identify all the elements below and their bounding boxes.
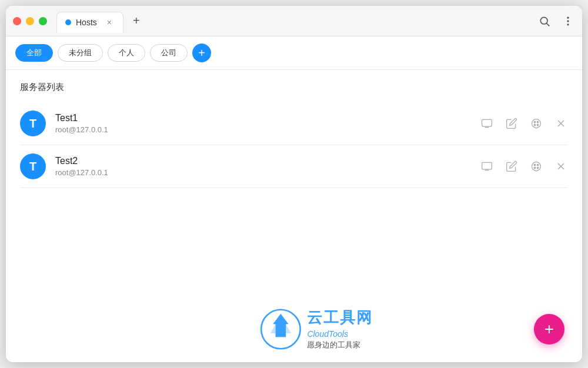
host-info-test2: Test2 root@127.0.0.1 bbox=[55, 156, 470, 177]
svg-point-14 bbox=[532, 162, 541, 171]
watermark-sub: CloudTools bbox=[307, 329, 373, 339]
svg-point-15 bbox=[534, 164, 536, 166]
minimize-button[interactable] bbox=[26, 17, 34, 25]
host-addr-test1: root@127.0.0.1 bbox=[55, 125, 470, 134]
host-color-icon[interactable] bbox=[529, 116, 543, 131]
filter-add-button[interactable]: + bbox=[192, 44, 211, 62]
main-content: 服务器列表 T Test1 root@127.0.0.1 bbox=[6, 70, 582, 362]
svg-point-2 bbox=[567, 16, 569, 18]
svg-line-1 bbox=[547, 23, 550, 26]
filterbar: 全部 未分组 个人 公司 + bbox=[6, 36, 582, 70]
host-avatar-test2: T bbox=[20, 153, 46, 179]
host-edit-icon-2[interactable] bbox=[505, 159, 519, 173]
host-actions-test1 bbox=[480, 116, 568, 131]
host-info-test1: Test1 root@127.0.0.1 bbox=[55, 113, 470, 134]
svg-point-0 bbox=[540, 17, 547, 24]
host-delete-icon-2[interactable] bbox=[554, 159, 568, 173]
host-delete-icon[interactable] bbox=[554, 116, 568, 131]
titlebar: Hosts × + bbox=[6, 6, 582, 36]
host-color-icon-2[interactable] bbox=[529, 159, 543, 173]
tab-title: Hosts bbox=[76, 18, 97, 27]
svg-marker-22 bbox=[273, 313, 288, 336]
svg-point-21 bbox=[261, 309, 300, 349]
close-button[interactable] bbox=[13, 17, 21, 25]
svg-point-18 bbox=[537, 167, 539, 169]
host-name-test1: Test1 bbox=[55, 113, 470, 123]
host-connect-icon-2[interactable] bbox=[480, 159, 494, 173]
tab-close-button[interactable]: × bbox=[104, 17, 115, 28]
titlebar-actions bbox=[537, 14, 575, 28]
svg-point-3 bbox=[567, 20, 569, 22]
host-item-test1: T Test1 root@127.0.0.1 bbox=[20, 102, 568, 145]
filter-company[interactable]: 公司 bbox=[150, 44, 188, 62]
traffic-lights bbox=[13, 17, 47, 25]
filter-personal[interactable]: 个人 bbox=[108, 44, 145, 62]
section-title: 服务器列表 bbox=[20, 82, 568, 93]
svg-point-16 bbox=[537, 164, 539, 166]
host-edit-icon[interactable] bbox=[505, 116, 519, 131]
svg-point-7 bbox=[534, 121, 536, 123]
host-item-test2: T Test2 root@127.0.0.1 bbox=[20, 145, 568, 188]
host-list: T Test1 root@127.0.0.1 bbox=[20, 102, 568, 188]
main-window: Hosts × + 全部 未分组 个人 公司 bbox=[6, 6, 582, 362]
watermark-slogan: 愿身边的工具家 bbox=[307, 340, 373, 350]
fab-add-button[interactable]: + bbox=[534, 314, 564, 344]
search-icon[interactable] bbox=[537, 14, 552, 28]
svg-rect-5 bbox=[482, 119, 492, 126]
svg-point-17 bbox=[534, 167, 536, 169]
new-tab-button[interactable]: + bbox=[128, 13, 145, 29]
svg-point-8 bbox=[537, 121, 539, 123]
more-icon[interactable] bbox=[561, 14, 575, 28]
tab-hosts[interactable]: Hosts × bbox=[56, 12, 123, 33]
watermark-title: 云工具网 bbox=[307, 307, 373, 328]
host-name-test2: Test2 bbox=[55, 156, 470, 166]
host-avatar-test1: T bbox=[20, 111, 46, 136]
watermark-logo-icon bbox=[260, 309, 301, 350]
filter-ungrouped[interactable]: 未分组 bbox=[58, 44, 103, 62]
host-addr-test2: root@127.0.0.1 bbox=[55, 168, 470, 177]
svg-point-9 bbox=[534, 124, 536, 126]
svg-point-4 bbox=[567, 24, 569, 25]
watermark-text: 云工具网 CloudTools 愿身边的工具家 bbox=[307, 307, 373, 350]
host-connect-icon[interactable] bbox=[480, 116, 494, 131]
filter-all[interactable]: 全部 bbox=[15, 44, 53, 62]
svg-rect-13 bbox=[482, 162, 492, 169]
svg-marker-23 bbox=[270, 313, 291, 336]
tab-dot bbox=[65, 19, 71, 25]
watermark: 云工具网 CloudTools 愿身边的工具家 bbox=[260, 307, 373, 350]
maximize-button[interactable] bbox=[39, 17, 47, 25]
svg-point-10 bbox=[537, 124, 539, 126]
host-actions-test2 bbox=[480, 159, 568, 173]
svg-point-6 bbox=[532, 119, 541, 128]
